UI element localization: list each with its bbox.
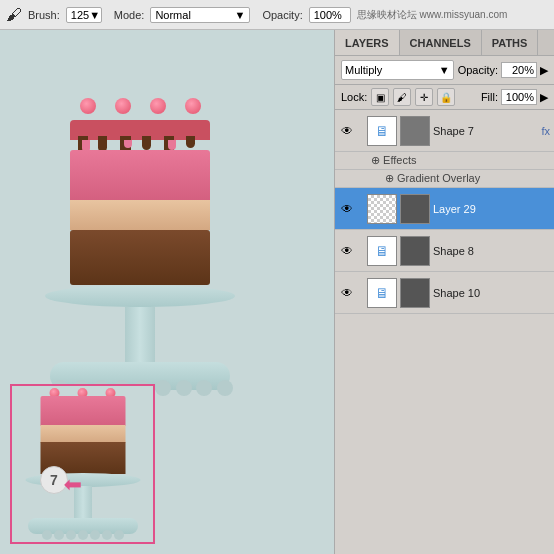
layer-thumb-shape8: 🖥	[367, 236, 397, 266]
eye-icon-shape10[interactable]: 👁	[339, 285, 355, 301]
lock-label: Lock:	[341, 91, 367, 103]
layer-name-layer29: Layer 29	[433, 203, 550, 215]
layer-name-shape10: Shape 10	[433, 287, 550, 299]
layer-name-shape8: Shape 8	[433, 245, 550, 257]
preview-cake-pink	[40, 396, 125, 426]
layer-thumb-shape7: 🖥	[367, 116, 397, 146]
panel-opacity-value[interactable]: 20%	[501, 62, 537, 78]
ps-3	[66, 530, 76, 540]
brush-label: Brush:	[28, 9, 60, 21]
preview-arrow-icon: ➡	[64, 472, 82, 498]
panel-opacity-arrow-icon: ▶	[540, 64, 548, 77]
cake-ball-2	[115, 98, 131, 114]
fill-arrow-icon: ▶	[540, 91, 548, 104]
preview-cake-middle	[40, 425, 125, 443]
ps-5	[90, 530, 100, 540]
layer-mask-shape7	[400, 116, 430, 146]
layer-thumb-shape10: 🖥	[367, 278, 397, 308]
layer-name-shape7: Shape 7	[433, 125, 536, 137]
lock-all-btn[interactable]: 🔒	[437, 88, 455, 106]
tab-channels[interactable]: CHANNELS	[400, 30, 482, 55]
ps-1	[42, 530, 52, 540]
gradient-overlay-icon: ⊕	[385, 172, 394, 184]
tab-layers[interactable]: LAYERS	[335, 30, 400, 55]
blend-mode-value: Multiply	[345, 64, 382, 76]
opacity-label: Opacity:	[262, 9, 302, 21]
eye-icon-layer29[interactable]: 👁	[339, 201, 355, 217]
lock-fill-controls: Lock: ▣ 🖌 ✛ 🔒 Fill: 100% ▶	[335, 85, 554, 110]
monitor-icon-shape10: 🖥	[375, 285, 389, 301]
effects-row-shape7: ⊕ Effects	[335, 152, 554, 170]
cake-stand	[50, 285, 230, 390]
layer-row-shape7[interactable]: 👁 🖥 Shape 7 fx	[335, 110, 554, 152]
layer-mask-shape8	[400, 236, 430, 266]
main-cake	[30, 50, 250, 390]
layer-row-layer29[interactable]: 👁 Layer 29	[335, 188, 554, 230]
panel-opacity-control: Opacity: 20% ▶	[458, 62, 548, 78]
toolbar: 🖌 Brush: 125 ▼ Mode: Normal ▼ Opacity: 1…	[0, 0, 554, 30]
scallop-8	[196, 380, 212, 396]
mode-arrow-icon: ▼	[234, 9, 245, 21]
lock-position-btn[interactable]: ✛	[415, 88, 433, 106]
gradient-overlay-label: Gradient Overlay	[397, 172, 480, 184]
layers-list: 👁 🖥 Shape 7 fx ⊕ Effects ⊕ Gradient Over…	[335, 110, 554, 554]
brush-tool-icon[interactable]: 🖌	[6, 6, 22, 24]
stand-pole	[125, 307, 155, 362]
scallop-6	[155, 380, 171, 396]
blend-mode-select[interactable]: Multiply ▼	[341, 60, 454, 80]
fill-label: Fill:	[481, 91, 498, 103]
tab-paths[interactable]: PATHS	[482, 30, 539, 55]
mode-label: Mode:	[114, 9, 145, 21]
preview-scallops	[42, 530, 124, 540]
ps-6	[102, 530, 112, 540]
ps-7	[114, 530, 124, 540]
preview-box: 7 ➡	[10, 384, 155, 544]
layer-mask-layer29	[400, 194, 430, 224]
mode-select[interactable]: Normal ▼	[150, 7, 250, 23]
layer-mask-shape10	[400, 278, 430, 308]
gradient-overlay-row: ⊕ Gradient Overlay	[335, 170, 554, 188]
layers-panel: LAYERS CHANNELS PATHS Multiply ▼ Opacity…	[334, 30, 554, 554]
url-bar: 思缘映材论坛 www.missyuan.com	[357, 8, 548, 22]
layer-thumb-layer29	[367, 194, 397, 224]
cake-layer-middle	[70, 200, 210, 230]
main-area: 7 ➡ LAYERS CHANNELS PATHS Multiply ▼	[0, 30, 554, 554]
cake-layer-pink	[70, 150, 210, 200]
cake-body	[70, 106, 210, 285]
opacity-value: 100%	[314, 9, 342, 21]
eye-icon-shape8[interactable]: 👁	[339, 243, 355, 259]
cake-ball-3	[150, 98, 166, 114]
stand-top-plate	[45, 285, 235, 307]
mode-value: Normal	[155, 9, 190, 21]
brush-size-input[interactable]: 125 ▼	[66, 7, 102, 23]
lock-transparent-btn[interactable]: ▣	[371, 88, 389, 106]
fill-value[interactable]: 100%	[501, 89, 537, 105]
fill-control: Fill: 100% ▶	[481, 89, 548, 105]
panel-tabs: LAYERS CHANNELS PATHS	[335, 30, 554, 56]
layer-fx-shape7: fx	[541, 125, 550, 137]
opacity-input[interactable]: 100%	[309, 7, 351, 23]
layer-row-shape8[interactable]: 👁 🖥 Shape 8	[335, 230, 554, 272]
layer-row-shape10[interactable]: 👁 🖥 Shape 10	[335, 272, 554, 314]
monitor-icon-shape7: 🖥	[375, 123, 389, 139]
brush-size-arrow: ▼	[89, 9, 100, 21]
cake-ball-1	[80, 98, 96, 114]
eye-icon-shape7[interactable]: 👁	[339, 123, 355, 139]
ps-4	[78, 530, 88, 540]
cake-ball-4	[185, 98, 201, 114]
ps-2	[54, 530, 64, 540]
scallop-9	[217, 380, 233, 396]
blend-mode-arrow-icon: ▼	[439, 64, 450, 76]
canvas-area[interactable]: 7 ➡	[0, 30, 334, 554]
effects-label: ⊕ Effects	[371, 154, 416, 166]
lock-paint-btn[interactable]: 🖌	[393, 88, 411, 106]
blend-opacity-controls: Multiply ▼ Opacity: 20% ▶	[335, 56, 554, 85]
cake-layer-bottom	[70, 230, 210, 285]
brush-size-value: 125	[71, 9, 89, 21]
panel-opacity-label: Opacity:	[458, 64, 498, 76]
preview-cake: 7 ➡	[12, 386, 153, 542]
monitor-icon-shape8: 🖥	[375, 243, 389, 259]
scallop-7	[176, 380, 192, 396]
